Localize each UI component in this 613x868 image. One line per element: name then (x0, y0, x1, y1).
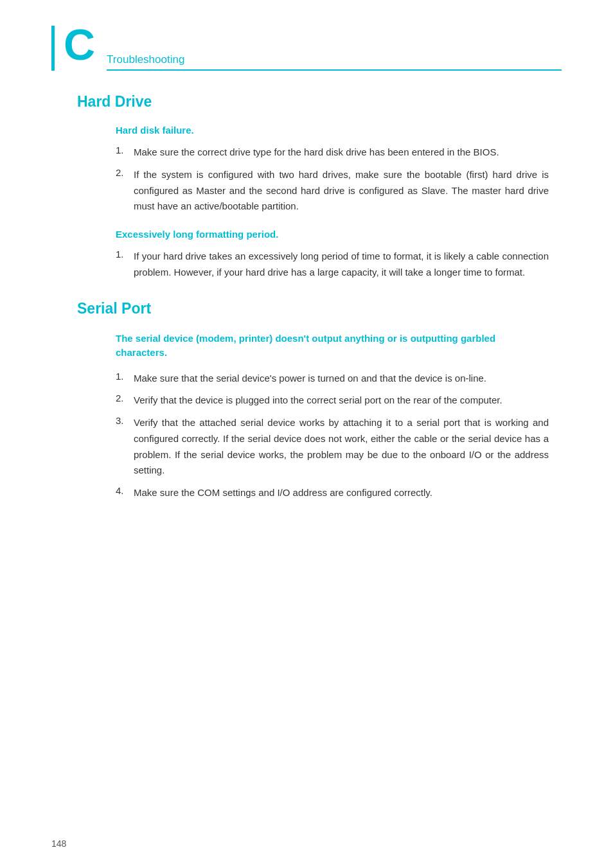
chapter-letter: C (64, 22, 95, 66)
hard-drive-section: Hard Drive Hard disk failure. 1. Make su… (51, 93, 562, 281)
list-text: If your hard drive takes an excessively … (134, 249, 549, 281)
list-text: If the system is configured with two har… (134, 167, 549, 215)
list-item: 3. Verify that the attached serial devic… (116, 415, 549, 479)
hard-disk-failure-heading: Hard disk failure. (116, 125, 549, 136)
page-number: 148 (51, 838, 66, 849)
serial-port-title: Serial Port (77, 300, 562, 317)
serial-device-list: 1. Make sure that the serial device's po… (116, 371, 549, 501)
list-text: Make sure that the serial device's power… (134, 371, 549, 387)
list-number: 1. (116, 249, 134, 260)
troubleshooting-label: Troubleshooting (107, 53, 184, 66)
list-item: 2. If the system is configured with two … (116, 167, 549, 215)
list-number: 1. (116, 145, 134, 155)
list-number: 4. (116, 485, 134, 496)
hard-disk-failure-block: Hard disk failure. 1. Make sure the corr… (77, 125, 562, 281)
list-item: 2. Verify that the device is plugged int… (116, 393, 549, 409)
serial-port-content: Serial Port The serial device (modem, pr… (51, 300, 562, 501)
list-text: Verify that the attached serial device w… (134, 415, 549, 479)
hard-drive-content: Hard Drive Hard disk failure. 1. Make su… (51, 93, 562, 281)
serial-device-block: The serial device (modem, printer) doesn… (77, 332, 562, 501)
list-item: 4. Make sure the COM settings and I/O ad… (116, 485, 549, 501)
list-number: 2. (116, 393, 134, 403)
page-container: C Troubleshooting Hard Drive Hard disk f… (0, 0, 613, 868)
list-number: 2. (116, 167, 134, 178)
list-number: 1. (116, 371, 134, 382)
serial-port-section: Serial Port The serial device (modem, pr… (51, 300, 562, 501)
list-number: 3. (116, 415, 134, 426)
list-item: 1. Make sure the correct drive type for … (116, 145, 549, 161)
serial-device-heading: The serial device (modem, printer) doesn… (116, 332, 549, 360)
list-item: 1. Make sure that the serial device's po… (116, 371, 549, 387)
list-text: Verify that the device is plugged into t… (134, 393, 549, 409)
list-text: Make sure the correct drive type for the… (134, 145, 549, 161)
blue-vertical-bar (51, 26, 55, 71)
list-text: Make sure the COM settings and I/O addre… (134, 485, 549, 501)
header-right: Troubleshooting (107, 26, 562, 71)
formatting-period-heading: Excessively long formatting period. (116, 229, 549, 240)
hard-disk-failure-list: 1. Make sure the correct drive type for … (116, 145, 549, 215)
list-item: 1. If your hard drive takes an excessive… (116, 249, 549, 281)
hard-drive-title: Hard Drive (77, 93, 562, 111)
page-header: C Troubleshooting (51, 26, 562, 71)
formatting-period-list: 1. If your hard drive takes an excessive… (116, 249, 549, 281)
troubleshooting-underline: Troubleshooting (107, 53, 562, 71)
